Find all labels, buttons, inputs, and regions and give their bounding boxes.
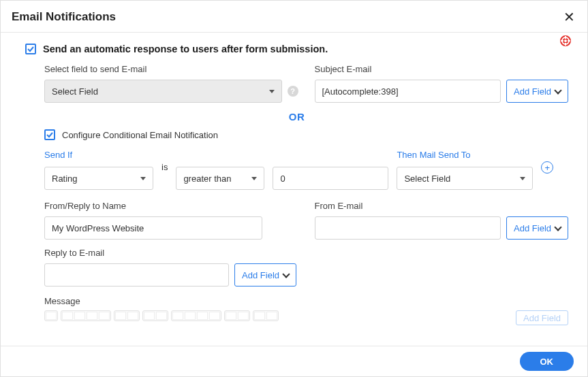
message-label: Message <box>44 296 568 306</box>
close-icon[interactable]: ✕ <box>562 9 576 25</box>
reply-email-label: Reply to E-mail <box>44 248 568 258</box>
condition-field-value: Rating <box>52 174 78 184</box>
enable-autoresponse-checkbox[interactable] <box>25 44 36 54</box>
enable-autoresponse-label: Send an automatic response to users afte… <box>43 44 328 54</box>
dialog-header: Email Notifications ✕ <box>1 1 587 33</box>
select-field-value: Select Field <box>52 86 98 97</box>
from-email-label: From E-mail <box>315 201 569 211</box>
subject-label: Subject E-mail <box>315 64 569 74</box>
reply-email-add-field-button[interactable]: Add Field <box>234 263 296 286</box>
then-mail-label: Then Mail Send To <box>397 150 533 160</box>
help-lifering-icon[interactable] <box>560 35 571 46</box>
conditional-label: Configure Conditional Email Notification <box>62 130 218 140</box>
message-toolbar: Add Field <box>44 310 568 325</box>
send-if-label: Send If <box>44 150 153 160</box>
reply-email-row: Add Field <box>44 263 296 286</box>
svg-point-1 <box>563 39 568 43</box>
chevron-down-icon <box>140 177 146 180</box>
add-condition-button[interactable]: + <box>541 161 553 174</box>
from-name-label: From/Reply to Name <box>44 201 298 211</box>
help-icon[interactable]: ? <box>288 86 298 97</box>
condition-value-input[interactable] <box>273 167 388 190</box>
message-add-field-button[interactable]: Add Field <box>516 310 568 325</box>
condition-operator-value: greater than <box>183 174 231 184</box>
chevron-down-icon <box>282 270 290 278</box>
condition-operator-dropdown[interactable]: greater than <box>176 167 264 190</box>
chevron-down-icon <box>554 223 561 231</box>
add-field-label: Add Field <box>523 313 561 323</box>
add-field-label: Add Field <box>514 223 551 233</box>
dialog-body: Send an automatic response to users afte… <box>1 33 587 346</box>
chevron-down-icon <box>520 177 525 180</box>
add-field-label: Add Field <box>242 270 279 280</box>
from-name-input[interactable] <box>44 216 262 240</box>
conditional-row: Configure Conditional Email Notification <box>44 129 568 140</box>
chevron-down-icon <box>269 90 275 93</box>
add-field-label: Add Field <box>514 86 551 97</box>
chevron-down-icon <box>554 86 561 94</box>
subject-add-field-button[interactable]: Add Field <box>506 80 568 103</box>
dialog-footer: OK <box>1 346 587 376</box>
then-mail-value: Select Field <box>404 174 450 184</box>
from-email-add-field-button[interactable]: Add Field <box>506 216 568 240</box>
condition-field-dropdown[interactable]: Rating <box>44 167 153 190</box>
select-field-dropdown[interactable]: Select Field <box>44 80 282 103</box>
select-field-label: Select field to send E-mail <box>44 64 298 74</box>
conditional-checkbox[interactable] <box>44 129 55 140</box>
ok-label: OK <box>540 357 554 367</box>
reply-email-input[interactable] <box>44 263 229 286</box>
chevron-down-icon <box>251 177 257 180</box>
condition-builder-row: Send If Rating is greater than Then Mail… <box>44 150 568 190</box>
dialog-title: Email Notifications <box>12 10 116 24</box>
subject-input[interactable] <box>315 80 501 103</box>
then-mail-dropdown[interactable]: Select Field <box>397 167 533 190</box>
or-divider: OR <box>25 111 568 122</box>
from-email-input[interactable] <box>315 216 501 240</box>
email-notifications-dialog: Email Notifications ✕ Send an automatic … <box>0 0 588 377</box>
is-label: is <box>161 162 168 172</box>
ok-button[interactable]: OK <box>520 352 574 371</box>
row-select-subject: Select field to send E-mail Select Field… <box>44 64 568 103</box>
row-from: From/Reply to Name From E-mail Add Field <box>44 201 568 240</box>
enable-autoresponse-row: Send an automatic response to users afte… <box>25 44 568 54</box>
